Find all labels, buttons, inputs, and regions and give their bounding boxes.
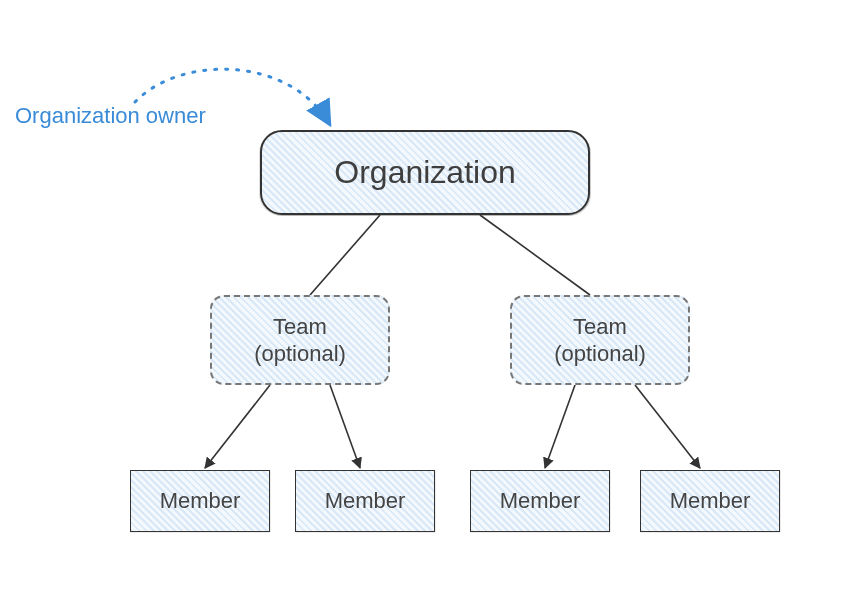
node-team-left: Team (optional) (210, 295, 390, 385)
edge-org-to-team-left (310, 215, 380, 295)
node-member-1: Member (130, 470, 270, 532)
edge-team-right-to-member-4 (635, 385, 700, 468)
edge-org-to-team-right (480, 215, 590, 295)
node-team-right: Team (optional) (510, 295, 690, 385)
node-label: Member (325, 488, 406, 514)
edge-team-right-to-member-3 (545, 385, 575, 468)
node-member-4: Member (640, 470, 780, 532)
annotation-label: Organization owner (15, 103, 206, 128)
edge-team-left-to-member-2 (330, 385, 360, 468)
node-label: Member (160, 488, 241, 514)
node-label: Member (670, 488, 751, 514)
node-label: Member (500, 488, 581, 514)
node-label: Team (optional) (254, 313, 346, 368)
node-organization: Organization (260, 130, 590, 215)
node-member-2: Member (295, 470, 435, 532)
node-member-3: Member (470, 470, 610, 532)
node-label: Team (optional) (554, 313, 646, 368)
diagram-stage: Organization owner Organization Team (op… (0, 0, 868, 597)
edge-team-left-to-member-1 (205, 385, 270, 468)
node-label: Organization (334, 154, 515, 191)
annotation-organization-owner: Organization owner (15, 103, 206, 129)
